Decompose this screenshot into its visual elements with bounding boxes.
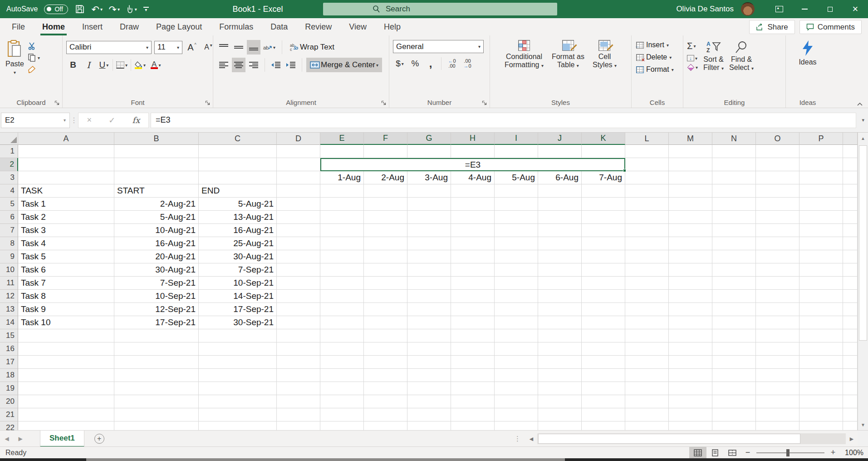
cell-J20[interactable] <box>538 395 582 408</box>
collapse-ribbon-button[interactable] <box>857 102 863 106</box>
autosave-toggle[interactable]: Off <box>44 5 68 14</box>
cell-P11[interactable] <box>799 277 843 290</box>
cell-H18[interactable] <box>451 369 495 382</box>
cell-A15[interactable] <box>18 329 114 342</box>
column-header-H[interactable]: H <box>451 133 495 145</box>
sort-filter-button[interactable]: AZ Sort & Filter ▾ <box>701 40 726 74</box>
cell-L1[interactable] <box>625 145 669 158</box>
tab-home[interactable]: Home <box>42 18 65 35</box>
row-header-20[interactable]: 20 <box>0 395 18 408</box>
share-button[interactable]: Share <box>749 20 794 34</box>
search-box[interactable]: Search <box>323 3 557 15</box>
insert-function-icon[interactable]: fx <box>132 115 140 125</box>
cell-O4[interactable] <box>756 184 799 198</box>
cell-C9[interactable]: 30-Aug-21 <box>199 250 277 263</box>
cell-M22[interactable] <box>669 421 712 430</box>
cell-G7[interactable] <box>407 224 451 237</box>
cell-K12[interactable] <box>582 290 625 303</box>
cell-A22[interactable] <box>18 421 114 430</box>
paste-button[interactable]: Paste ▾ <box>2 38 28 77</box>
orientation-button[interactable]: ab ▾ <box>262 40 277 55</box>
cell-H11[interactable] <box>451 277 495 290</box>
autosum-button[interactable]: Σ▾ <box>687 41 698 51</box>
cell-I19[interactable] <box>495 382 538 395</box>
cell-L8[interactable] <box>625 237 669 250</box>
sheet-nav-prev-icon[interactable]: ◀ <box>0 436 14 442</box>
cell-partial-18[interactable] <box>843 369 858 382</box>
cell-H10[interactable] <box>451 263 495 277</box>
cell-D22[interactable] <box>277 421 320 430</box>
column-header-C[interactable]: C <box>199 133 277 145</box>
cell-P13[interactable] <box>799 303 843 316</box>
cell-F13[interactable] <box>364 303 407 316</box>
cell-K5[interactable] <box>582 198 625 211</box>
clear-dropdown-icon[interactable]: ▾ <box>696 65 698 70</box>
cell-H22[interactable] <box>451 421 495 430</box>
cell-G6[interactable] <box>407 211 451 224</box>
cell-L2[interactable] <box>625 158 669 171</box>
cell-L14[interactable] <box>625 316 669 329</box>
cell-N8[interactable] <box>712 237 756 250</box>
cell-M11[interactable] <box>669 277 712 290</box>
cell-F5[interactable] <box>364 198 407 211</box>
cell-H12[interactable] <box>451 290 495 303</box>
cell-A20[interactable] <box>18 395 114 408</box>
row-header-1[interactable]: 1 <box>0 145 18 158</box>
comma-style-button[interactable]: , <box>424 56 437 71</box>
column-header-I[interactable]: I <box>495 133 538 145</box>
cell-G15[interactable] <box>407 329 451 342</box>
merge-center-button[interactable]: Merge & Center ▾ <box>306 58 382 72</box>
cell-M3[interactable] <box>669 171 712 184</box>
cell-A6[interactable]: Task 2 <box>18 211 114 224</box>
cell-N13[interactable] <box>712 303 756 316</box>
cell-H17[interactable] <box>451 356 495 369</box>
cell-B19[interactable] <box>114 382 199 395</box>
column-header-D[interactable]: D <box>277 133 320 145</box>
sheet-tab-sheet1[interactable]: Sheet1 <box>40 431 84 447</box>
confirm-entry-icon[interactable]: ✓ <box>108 115 115 125</box>
autosum-dropdown-icon[interactable]: ▾ <box>693 44 696 49</box>
cell-F16[interactable] <box>364 342 407 356</box>
cell-F19[interactable] <box>364 382 407 395</box>
user-avatar[interactable] <box>741 2 755 16</box>
cell-partial-19[interactable] <box>843 382 858 395</box>
cell-partial-16[interactable] <box>843 342 858 356</box>
cell-D15[interactable] <box>277 329 320 342</box>
row-header-21[interactable]: 21 <box>0 408 18 421</box>
cell-J21[interactable] <box>538 408 582 421</box>
column-header-E[interactable]: E <box>320 133 364 145</box>
font-size-combo[interactable]: 11▾ <box>154 41 182 54</box>
cell-D16[interactable] <box>277 342 320 356</box>
cell-O3[interactable] <box>756 171 799 184</box>
column-header-N[interactable]: N <box>712 133 756 145</box>
zoom-slider[interactable] <box>756 447 824 459</box>
cell-P7[interactable] <box>799 224 843 237</box>
cell-L7[interactable] <box>625 224 669 237</box>
column-header-F[interactable]: F <box>364 133 407 145</box>
redo-button[interactable]: ↷▾ <box>109 3 120 15</box>
delete-dropdown-icon[interactable]: ▾ <box>669 55 672 60</box>
format-as-table-button[interactable]: Format as Table ▾ <box>548 38 588 72</box>
cell-K20[interactable] <box>582 395 625 408</box>
cell-K4[interactable] <box>582 184 625 198</box>
tab-draw[interactable]: Draw <box>120 18 139 35</box>
find-select-button[interactable]: Find & Select ▾ <box>727 40 755 74</box>
cell-H9[interactable] <box>451 250 495 263</box>
cell-P20[interactable] <box>799 395 843 408</box>
cell-A18[interactable] <box>18 369 114 382</box>
cell-M1[interactable] <box>669 145 712 158</box>
tab-insert[interactable]: Insert <box>82 18 103 35</box>
cell-N22[interactable] <box>712 421 756 430</box>
cell-P21[interactable] <box>799 408 843 421</box>
fill-color-dropdown-icon[interactable]: ▾ <box>143 63 146 68</box>
row-header-6[interactable]: 6 <box>0 211 18 224</box>
cell-J11[interactable] <box>538 277 582 290</box>
cell-C13[interactable]: 17-Sep-21 <box>199 303 277 316</box>
column-header-G[interactable]: G <box>407 133 451 145</box>
cell-P17[interactable] <box>799 356 843 369</box>
fill-dropdown-icon[interactable]: ▾ <box>695 56 697 61</box>
cell-M21[interactable] <box>669 408 712 421</box>
cell-H21[interactable] <box>451 408 495 421</box>
cell-G22[interactable] <box>407 421 451 430</box>
cell-D21[interactable] <box>277 408 320 421</box>
